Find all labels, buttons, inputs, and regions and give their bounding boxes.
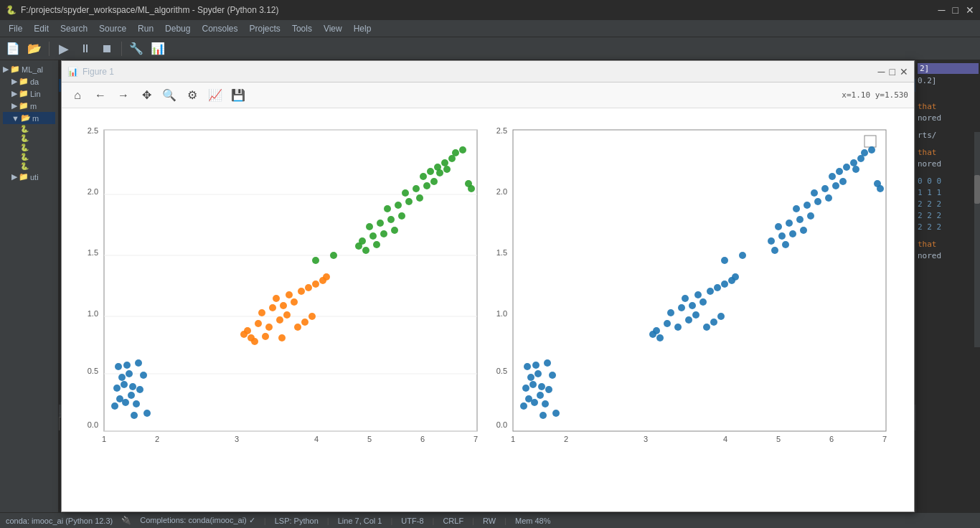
svg-text:5: 5 — [367, 435, 372, 443]
menu-search[interactable]: Search — [55, 22, 93, 35]
figure-save-button[interactable]: 💾 — [228, 85, 248, 105]
svg-point-49 — [305, 284, 312, 291]
sidebar-file-4[interactable]: 🐍 — [20, 152, 55, 161]
menu-debug[interactable]: Debug — [159, 22, 196, 35]
svg-point-163 — [836, 168, 843, 175]
right-scrollbar[interactable] — [974, 132, 980, 347]
svg-text:4: 4 — [314, 435, 319, 443]
svg-point-167 — [861, 149, 868, 156]
figure-minimize-button[interactable]: ─ — [878, 66, 885, 77]
svg-point-129 — [692, 311, 699, 319]
toolbar-btn-2[interactable]: ⏸ — [75, 39, 95, 59]
sidebar-file-1[interactable]: 🐍 — [20, 124, 55, 133]
figure-settings-button[interactable]: ⚙ — [182, 85, 202, 105]
figure-forward-button[interactable]: → — [113, 85, 133, 105]
window-title: F:/projects/spyder_workspace/ML_algorith… — [21, 5, 279, 15]
sidebar-item-uti[interactable]: ▶ 📁 uti — [3, 171, 55, 183]
right-panel: 2] 0.2] that nored rts/ that nored 0 0 0… — [915, 60, 980, 528]
svg-point-118 — [534, 370, 542, 377]
menu-edit[interactable]: Edit — [28, 22, 55, 35]
svg-point-76 — [430, 178, 438, 185]
svg-point-44 — [280, 302, 287, 309]
svg-text:1.5: 1.5 — [496, 248, 507, 257]
svg-point-45 — [291, 298, 298, 306]
menu-view[interactable]: View — [318, 22, 348, 35]
menu-bar: File Edit Search Source Run Debug Consol… — [0, 20, 980, 37]
expand-icon-m2: ▼ — [11, 114, 19, 123]
figure-title: Figure 1 — [83, 67, 114, 77]
coordinate-display: x=1.10 y=1.530 — [842, 90, 908, 100]
sidebar-file-2[interactable]: 🐍 — [20, 133, 55, 143]
sidebar-file-3[interactable]: 🐍 — [20, 143, 55, 152]
sidebar-item-ml[interactable]: ▶ 📁 ML_al — [3, 63, 55, 75]
menu-run[interactable]: Run — [132, 22, 159, 35]
rp-spacer — [918, 87, 979, 101]
svg-point-173 — [771, 247, 778, 254]
title-bar: 🐍 F:/projects/spyder_workspace/ML_algori… — [0, 0, 980, 20]
menu-file[interactable]: File — [3, 22, 28, 35]
run-button[interactable]: ▶ — [54, 39, 74, 59]
svg-point-66 — [377, 220, 384, 227]
sidebar-item-m2[interactable]: ▼ 📂 m — [3, 112, 55, 124]
expand-icon-lin: ▶ — [11, 89, 17, 98]
minimize-button[interactable]: ─ — [938, 4, 946, 16]
rp-that-1: that — [918, 101, 979, 113]
figure-pan-button[interactable]: ✥ — [136, 85, 156, 105]
svg-point-137 — [714, 284, 721, 291]
svg-point-87 — [468, 185, 475, 192]
sidebar-item-lin[interactable]: ▶ 📁 Lin — [3, 88, 55, 100]
sidebar-file-5[interactable]: 🐍 — [20, 161, 55, 171]
right-scroll-thumb[interactable] — [974, 175, 980, 204]
close-button[interactable]: ✕ — [966, 4, 974, 16]
figure-home-button[interactable]: ⌂ — [67, 85, 88, 105]
svg-point-114 — [529, 381, 537, 388]
new-file-button[interactable]: 📄 — [3, 39, 23, 59]
svg-text:3: 3 — [235, 435, 239, 443]
sidebar-label-uti: uti — [30, 173, 39, 182]
menu-projects[interactable]: Projects — [244, 22, 286, 35]
toolbar-btn-4[interactable]: 🔧 — [126, 39, 146, 59]
status-sep-7: | — [504, 517, 507, 525]
toolbar-separator-1 — [49, 42, 50, 56]
svg-text:0.0: 0.0 — [88, 420, 98, 429]
svg-point-59 — [278, 334, 286, 341]
figure-toolbar: ⌂ ← → ✥ 🔍 ⚙ 📈 💾 x=1.10 y=1.530 — [62, 82, 914, 108]
svg-point-127 — [674, 324, 682, 331]
svg-point-175 — [721, 257, 728, 264]
rp-that-3: that — [918, 239, 979, 250]
menu-source[interactable]: Source — [93, 22, 132, 35]
toolbar-btn-5[interactable]: 📊 — [148, 39, 168, 59]
svg-point-145 — [717, 313, 725, 320]
status-mem: Mem 48% — [515, 517, 551, 525]
rp-222-3: 2 2 2 — [918, 222, 979, 233]
status-lsp: LSP: Python — [275, 517, 319, 525]
figure-back-button[interactable]: ← — [90, 85, 110, 105]
figure-maximize-button[interactable]: □ — [890, 66, 895, 77]
rp-line-1: 2] — [918, 63, 979, 74]
figure-lines-button[interactable]: 📈 — [205, 85, 225, 105]
sidebar-label-ml: ML_al — [22, 65, 43, 74]
app-icon: 🐍 — [6, 5, 17, 15]
svg-point-28 — [136, 386, 143, 393]
rp-spacer2 — [918, 124, 979, 130]
menu-consoles[interactable]: Consoles — [196, 22, 243, 35]
svg-point-55 — [251, 338, 258, 345]
status-sep-5: | — [433, 517, 435, 525]
menu-tools[interactable]: Tools — [286, 22, 318, 35]
svg-point-152 — [796, 216, 804, 223]
figure-zoom-button[interactable]: 🔍 — [159, 85, 179, 105]
svg-point-64 — [391, 227, 398, 234]
sidebar-item-da[interactable]: ▶ 📁 da — [3, 75, 55, 88]
maximize-button[interactable]: □ — [953, 4, 958, 16]
svg-point-147 — [778, 232, 786, 240]
open-file-button[interactable]: 📂 — [24, 39, 44, 59]
svg-text:2.0: 2.0 — [88, 187, 98, 196]
svg-point-123 — [552, 410, 560, 417]
toolbar-btn-3[interactable]: ⏹ — [97, 39, 117, 59]
main-toolbar: 📄 📂 ▶ ⏸ ⏹ 🔧 📊 — [0, 37, 980, 60]
figure-close-button[interactable]: ✕ — [900, 66, 908, 77]
svg-point-146 — [768, 237, 775, 245]
menu-help[interactable]: Help — [348, 22, 377, 35]
sidebar-item-m1[interactable]: ▶ 📁 m — [3, 100, 55, 112]
svg-rect-94 — [864, 136, 876, 147]
